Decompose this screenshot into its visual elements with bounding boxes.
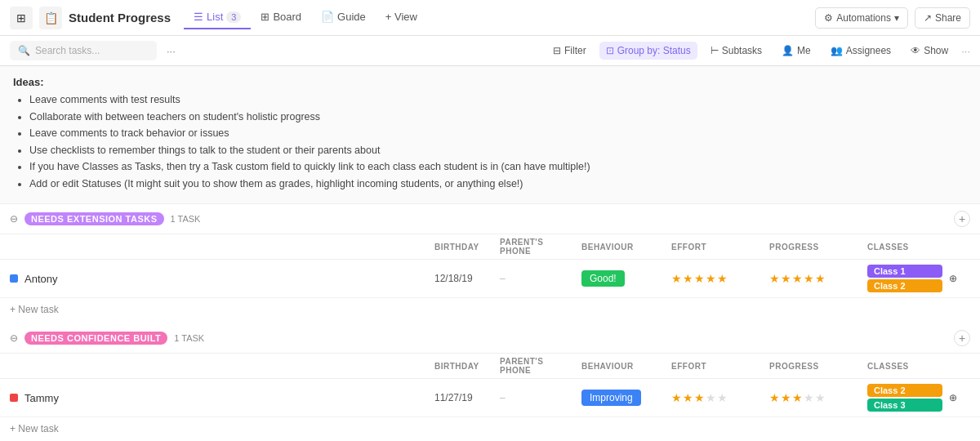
task-color-dot — [10, 274, 18, 283]
task-name-antony[interactable]: Antony — [10, 273, 431, 285]
col-behaviour: BEHAVIOUR — [578, 359, 668, 374]
group-toggle[interactable]: ⊖ — [10, 213, 18, 225]
col-classes: CLASSES — [864, 359, 946, 374]
col-birthday: BIRTHDAY — [431, 359, 497, 374]
share-icon: ↗ — [924, 12, 932, 24]
group-header-needs-confidence: ⊖ NEEDS CONFIDENCE BUILT 1 TASK + — [0, 323, 980, 354]
task-row-actions[interactable]: ⊕ — [946, 392, 970, 403]
col-parents-phone: PARENT'S PHONE — [497, 354, 578, 378]
group-add-button[interactable]: + — [954, 211, 970, 227]
column-headers: BIRTHDAY PARENT'S PHONE BEHAVIOUR EFFORT… — [0, 354, 980, 379]
assignees-button[interactable]: 👥 Assignees — [824, 42, 898, 60]
toolbar-overflow-button[interactable]: ··· — [961, 45, 970, 57]
task-label: Antony — [24, 273, 57, 285]
show-button[interactable]: 👁 Show — [904, 42, 955, 60]
subtasks-button[interactable]: ⊢ Subtasks — [704, 42, 768, 60]
column-headers: BIRTHDAY PARENT'S PHONE BEHAVIOUR EFFORT… — [0, 234, 980, 260]
list-item: Use checklists to remember things to tal… — [29, 144, 967, 158]
effort-stars: ★★★★★ — [671, 391, 763, 404]
tab-guide[interactable]: 📄 Guide — [311, 6, 376, 29]
list-item: Add or edit Statuses (It might suit you … — [29, 177, 967, 192]
ideas-title: Ideas: — [13, 76, 967, 88]
group-icon: ⊡ — [606, 45, 614, 56]
col-parents-phone: PARENT'S PHONE — [497, 234, 578, 259]
search-more-button[interactable]: ··· — [163, 42, 179, 60]
content-area: Ideas: Leave comments with test results … — [0, 66, 980, 435]
automations-button[interactable]: ⚙ Automations ▾ — [815, 7, 908, 29]
app-icon: 📋 — [39, 7, 62, 29]
guide-icon: 📄 — [321, 11, 334, 23]
list-item: Leave comments to track behavior or issu… — [29, 127, 967, 141]
share-button[interactable]: ↗ Share — [915, 7, 970, 29]
header-actions: ⚙ Automations ▾ ↗ Share — [815, 7, 970, 29]
assignees-icon: 👥 — [831, 45, 843, 56]
filter-icon: ⊟ — [553, 45, 561, 56]
task-progress: ★★★★★ — [766, 272, 864, 285]
col-birthday: BIRTHDAY — [431, 239, 497, 255]
task-phone: – — [497, 392, 578, 403]
filter-button[interactable]: ⊟ Filter — [546, 42, 593, 60]
task-birthday: 11/27/19 — [431, 392, 497, 403]
tab-view[interactable]: + View — [376, 6, 427, 29]
task-effort: ★★★★★ — [668, 391, 766, 404]
task-behaviour: Good! — [578, 270, 668, 287]
search-box[interactable]: 🔍 Search tasks... — [10, 41, 157, 60]
new-task-row: + New task — [0, 298, 980, 323]
progress-stars: ★★★★★ — [769, 272, 861, 285]
board-icon: ⊞ — [261, 11, 270, 23]
class-badge[interactable]: Class 2 — [867, 384, 942, 397]
col-behaviour: BEHAVIOUR — [578, 239, 668, 255]
group-count: 1 TASK — [171, 214, 201, 224]
list-icon: ☰ — [194, 11, 203, 23]
group-toggle[interactable]: ⊖ — [10, 332, 18, 344]
task-row-actions[interactable]: ⊕ — [946, 273, 970, 284]
task-name-tammy[interactable]: Tammy — [10, 392, 431, 404]
dropdown-icon: ▾ — [894, 12, 899, 24]
tab-list[interactable]: ☰ List 3 — [184, 6, 251, 29]
group-by-button[interactable]: ⊡ Group by: Status — [599, 42, 697, 60]
task-progress: ★★★★★ — [766, 391, 864, 404]
task-phone: – — [497, 273, 578, 284]
list-item: If you have Classes as Tasks, then try a… — [29, 160, 967, 175]
ideas-section: Ideas: Leave comments with test results … — [0, 66, 980, 204]
task-classes: Class 1 Class 2 — [864, 265, 946, 292]
task-label: Tammy — [24, 392, 59, 404]
list-item: Leave comments with test results — [29, 93, 967, 108]
toolbar: 🔍 Search tasks... ··· ⊟ Filter ⊡ Group b… — [0, 36, 980, 66]
group-count: 1 TASK — [174, 333, 204, 343]
sidebar-toggle[interactable]: ⊞ — [10, 7, 33, 29]
tab-board[interactable]: ⊞ Board — [251, 6, 311, 29]
app-title: Student Progress — [69, 11, 171, 24]
col-effort: EFFORT — [668, 239, 766, 255]
behaviour-badge: Improving — [581, 390, 641, 406]
new-task-row: + New task — [0, 417, 980, 435]
group-label: NEEDS EXTENSION TASKS — [24, 212, 164, 225]
new-task-button[interactable]: + New task — [10, 304, 59, 315]
app-header: ⊞ 📋 Student Progress ☰ List 3 ⊞ Board 📄 … — [0, 0, 980, 36]
group-needs-extension: ⊖ NEEDS EXTENSION TASKS 1 TASK + BIRTHDA… — [0, 204, 980, 323]
effort-stars: ★★★★★ — [671, 272, 763, 285]
col-classes: CLASSES — [864, 239, 946, 255]
task-color-dot — [10, 394, 18, 402]
automations-icon: ⚙ — [824, 12, 833, 24]
me-button[interactable]: 👤 Me — [775, 42, 817, 60]
new-task-button[interactable]: + New task — [10, 423, 59, 434]
list-item: Collaborate with between teachers on stu… — [29, 110, 967, 125]
task-birthday: 12/18/19 — [431, 273, 497, 284]
col-progress: PROGRESS — [766, 359, 864, 374]
subtasks-icon: ⊢ — [710, 45, 719, 56]
group-needs-confidence: ⊖ NEEDS CONFIDENCE BUILT 1 TASK + BIRTHD… — [0, 323, 980, 435]
task-behaviour: Improving — [578, 390, 668, 406]
group-add-button[interactable]: + — [954, 330, 970, 346]
task-classes: Class 2 Class 3 — [864, 384, 946, 412]
class-badge[interactable]: Class 3 — [867, 399, 942, 412]
group-label: NEEDS CONFIDENCE BUILT — [24, 332, 167, 345]
class-badge[interactable]: Class 2 — [867, 279, 942, 292]
col-effort: EFFORT — [668, 359, 766, 374]
task-effort: ★★★★★ — [668, 272, 766, 285]
me-icon: 👤 — [782, 45, 794, 56]
class-badge[interactable]: Class 1 — [867, 265, 942, 278]
table-row: Tammy 11/27/19 – Improving ★★★★★ ★★★★★ C… — [0, 379, 980, 417]
table-row: Antony 12/18/19 – Good! ★★★★★ ★★★★★ Clas… — [0, 260, 980, 298]
col-actions — [946, 243, 970, 250]
